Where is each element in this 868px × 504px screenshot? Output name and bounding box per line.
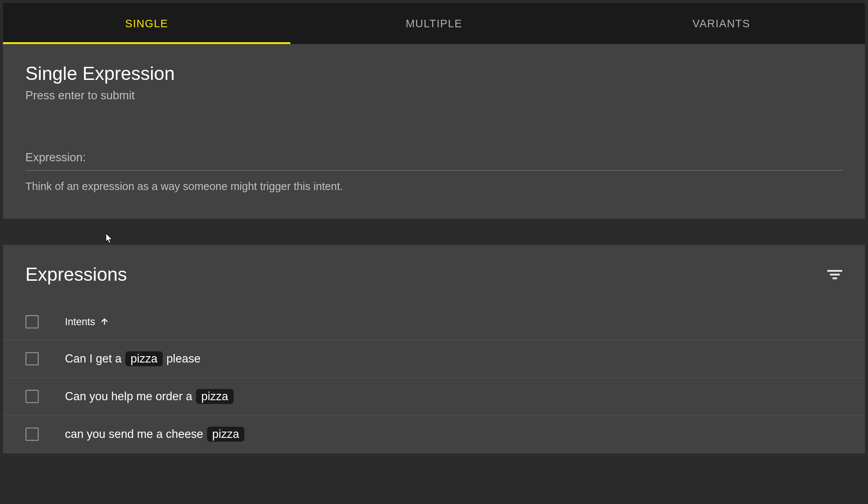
tab-bar: SINGLE MULTIPLE VARIANTS: [3, 3, 865, 44]
expressions-header: Expressions: [3, 264, 865, 304]
single-expression-panel: Single Expression Press enter to submit …: [3, 44, 865, 219]
entity-chip[interactable]: pizza: [196, 389, 233, 404]
expression-text-part: please: [166, 352, 200, 365]
expression-input-label: Expression:: [25, 151, 843, 164]
expression-input-section: Expression: Think of an expression as a …: [25, 151, 843, 193]
expression-text: Can I get apizzaplease: [65, 351, 200, 366]
expression-input-hint: Think of an expression as a way someone …: [25, 180, 843, 193]
filter-icon[interactable]: [827, 267, 843, 282]
intents-column-header[interactable]: Intents: [65, 316, 109, 328]
panel-subtitle: Press enter to submit: [25, 89, 843, 102]
row-checkbox[interactable]: [25, 352, 39, 365]
row-checkbox[interactable]: [25, 427, 39, 441]
entity-chip[interactable]: pizza: [125, 351, 163, 366]
expression-input[interactable]: [25, 170, 843, 171]
table-header-row: Intents: [3, 304, 865, 340]
table-row[interactable]: can you send me a cheesepizza: [3, 416, 865, 453]
tab-variants-label: VARIANTS: [693, 18, 750, 30]
table-row[interactable]: Can you help me order apizza: [3, 378, 865, 416]
sort-ascending-icon: [100, 317, 109, 327]
expression-text-part: can you send me a cheese: [65, 427, 203, 441]
expression-text: Can you help me order apizza: [65, 389, 234, 404]
expression-text-part: Can you help me order a: [65, 390, 192, 403]
entity-chip[interactable]: pizza: [207, 427, 244, 442]
expression-text-part: Can I get a: [65, 352, 122, 365]
tab-multiple[interactable]: MULTIPLE: [290, 3, 578, 44]
table-row[interactable]: Can I get apizzaplease: [3, 340, 865, 378]
expressions-panel: Expressions Intents Can I get apizzaplea…: [3, 245, 865, 453]
row-checkbox[interactable]: [25, 390, 39, 403]
expressions-title: Expressions: [25, 264, 127, 285]
tab-variants[interactable]: VARIANTS: [578, 3, 865, 44]
tab-multiple-label: MULTIPLE: [406, 18, 462, 30]
expression-text: can you send me a cheesepizza: [65, 427, 244, 442]
intents-column-label: Intents: [65, 316, 95, 328]
tab-single-label: SINGLE: [125, 18, 168, 30]
panel-title: Single Expression: [25, 63, 843, 84]
tab-single[interactable]: SINGLE: [3, 3, 290, 44]
select-all-checkbox[interactable]: [25, 315, 39, 329]
cursor-icon: [106, 233, 114, 246]
